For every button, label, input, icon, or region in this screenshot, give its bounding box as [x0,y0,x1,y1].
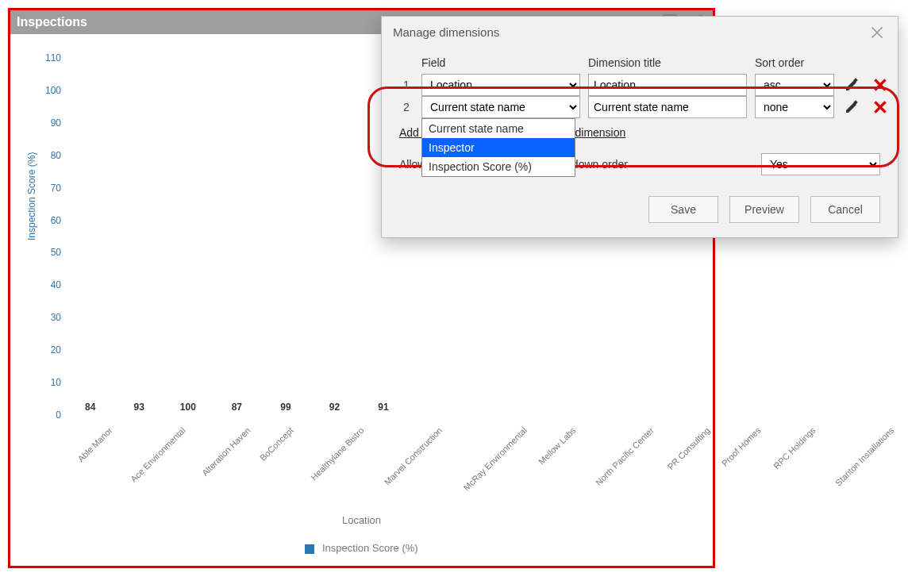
dimension-title-input-row2[interactable] [588,96,747,118]
row-number: 2 [399,101,414,113]
legend-swatch [305,544,314,554]
allow-drilldown-select[interactable]: Yes [761,153,880,175]
sort-select-row1[interactable]: asc [755,74,834,96]
bar-value-label: 99 [280,402,290,413]
col-header-sort-order: Sort order [755,56,834,74]
x-tick-label: RPC Holdings [771,425,817,471]
y-tick: 100 [13,85,66,96]
x-tick-label: Able Manor [75,425,114,463]
bar-value-label: 92 [329,402,340,413]
sort-select-row2[interactable]: none [755,96,834,118]
y-tick: 0 [13,409,66,421]
dropdown-option[interactable]: Inspection Score (%) [422,157,575,176]
y-tick: 90 [13,117,66,129]
dropdown-option[interactable]: Inspector [422,138,575,157]
bar-value-label: 100 [180,402,196,413]
y-tick: 60 [13,215,66,226]
manage-dimensions-dialog: Manage dimensions Field Dimension title … [381,16,898,238]
dimension-title-input-row1[interactable] [588,74,747,96]
x-tick-label: Healthylane Bistro [310,425,367,482]
x-tick-label: BoConcept [258,425,295,463]
cancel-button[interactable]: Cancel [810,196,880,223]
dropdown-option[interactable]: Current state name [422,119,575,138]
edit-icon[interactable] [842,98,861,117]
chart-legend: Inspection Score (%) [10,542,713,554]
x-tick-label: North Pacific Center [594,425,656,487]
panel-title: Inspections [17,15,87,29]
x-axis-label: Location [10,514,713,526]
edit-icon[interactable] [842,75,861,94]
field-select-row1[interactable]: Location [421,74,580,96]
preview-button[interactable]: Preview [729,196,799,223]
bar-value-label: 87 [232,402,242,413]
x-tick-label: Mellow Labs [537,425,578,467]
y-tick: 50 [13,247,66,258]
y-tick: 110 [13,52,66,63]
y-tick: 20 [13,344,66,355]
delete-icon[interactable] [871,75,890,94]
dialog-title: Manage dimensions [393,17,499,48]
field-select-row2[interactable]: Current state name [421,96,580,118]
col-header-field: Field [421,56,580,74]
x-tick-label: Alteration Haven [199,425,252,478]
y-tick: 70 [13,183,66,194]
save-button[interactable]: Save [648,196,718,223]
x-tick-label: Proof Homes [720,425,763,468]
field-dropdown[interactable]: Current state nameInspectorInspection Sc… [421,118,575,177]
y-tick: 10 [13,377,66,388]
y-axis-label: Inspection Score (%) [26,152,37,240]
bar-value-label: 93 [134,402,144,413]
bar-value-label: 91 [378,402,388,413]
x-tick-label: Stanton Installations [833,425,896,488]
y-tick: 40 [13,279,66,290]
legend-label: Inspection Score (%) [322,542,418,554]
col-header-dimension-title: Dimension title [588,56,747,74]
close-icon[interactable] [868,23,887,42]
x-tick-label: Ace Environmental [129,425,187,484]
bar-value-label: 84 [85,402,95,413]
x-tick-label: Marvel Construction [382,425,444,487]
y-tick: 80 [13,150,66,161]
y-tick: 30 [13,312,66,323]
delete-icon[interactable] [871,98,890,117]
row-number: 1 [399,79,414,91]
x-tick-label: PR Consulting [665,425,711,471]
x-tick-label: McRay Environmental [462,425,529,493]
